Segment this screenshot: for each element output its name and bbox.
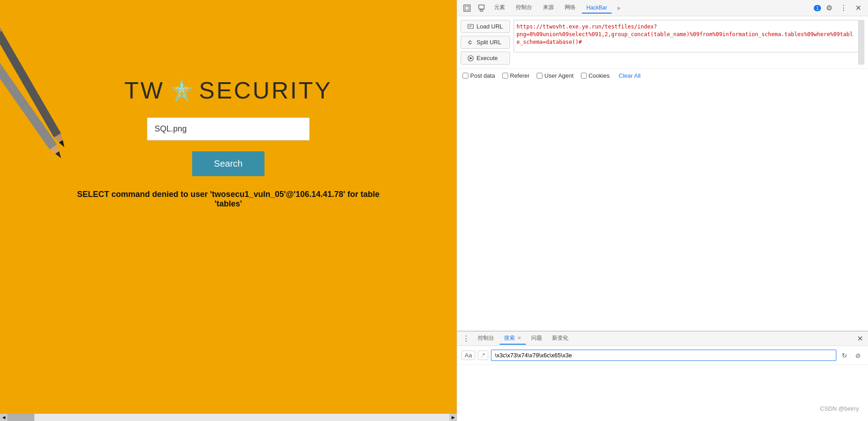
hackbar-buttons: Load URL Split URL Execute	[461, 20, 510, 65]
search-regex-button[interactable]: .*	[478, 351, 488, 360]
hackbar-checkboxes: Post data Referer User Agent Cookies Cle…	[457, 69, 868, 83]
svg-rect-14	[479, 5, 484, 9]
tab-sources[interactable]: 来源	[538, 2, 558, 14]
devtools-bottom-toolbar: ⋮ 控制台 搜索 ✕ 问题 新变化 ✕	[457, 332, 868, 346]
tab-network[interactable]: 网络	[560, 2, 580, 14]
search-tab-close-icon[interactable]: ✕	[517, 335, 521, 341]
hackbar-url-scrollbar[interactable]	[858, 20, 864, 65]
search-button[interactable]: Search	[192, 151, 264, 176]
site-logo: TW SECURITY	[124, 77, 332, 104]
hackbar-url-input[interactable]: https://ttwovht.exe.ye.run/testfiles/ind…	[514, 20, 864, 52]
load-url-icon	[467, 23, 474, 30]
bottom-dots-icon[interactable]: ⋮	[460, 334, 472, 343]
devtools-panel: 元素 控制台 来源 网络 HackBar » 1 ⚙ ⋮ ✕	[457, 0, 868, 421]
devtools-toolbar: 元素 控制台 来源 网络 HackBar » 1 ⚙ ⋮ ✕	[457, 0, 868, 16]
logo-security: SECURITY	[199, 77, 332, 104]
logo-tw: TW	[124, 77, 165, 104]
logo-star-icon	[170, 79, 193, 102]
devtools-search-input[interactable]	[491, 350, 836, 361]
devtools-more-vert-icon[interactable]: ⋮	[837, 2, 850, 14]
browser-viewport: TW SECURITY Search SELECT command denied…	[0, 0, 457, 421]
scrollbar-thumb[interactable]	[7, 414, 34, 421]
referer-checkbox-label[interactable]: Referer	[502, 72, 529, 79]
split-url-button[interactable]: Split URL	[461, 36, 510, 49]
error-message: SELECT command denied to user 'twosecu1_…	[70, 190, 387, 209]
split-url-icon	[467, 39, 474, 46]
svg-rect-15	[480, 9, 483, 11]
scroll-right-arrow[interactable]: ▶	[449, 414, 457, 421]
execute-button[interactable]: Execute	[461, 51, 510, 65]
devtools-badge: 1	[814, 5, 821, 11]
tab-hackbar[interactable]: HackBar	[582, 3, 612, 14]
svg-rect-12	[464, 5, 470, 11]
user-agent-checkbox[interactable]	[537, 73, 542, 79]
scrollbar-track[interactable]	[7, 414, 449, 421]
hackbar-url-area: https://ttwovht.exe.ye.run/testfiles/ind…	[514, 20, 864, 65]
device-toggle-icon[interactable]	[475, 2, 488, 14]
cookies-checkbox[interactable]	[581, 73, 587, 79]
execute-icon	[467, 55, 474, 61]
scroll-left-arrow[interactable]: ◀	[0, 414, 7, 421]
tab-elements[interactable]: 元素	[490, 2, 509, 14]
search-case-sensitive-button[interactable]: Aa	[462, 351, 475, 360]
post-data-checkbox-label[interactable]: Post data	[462, 72, 495, 79]
cookies-checkbox-label[interactable]: Cookies	[581, 72, 610, 79]
search-bar-row: Aa .* ↻ ⊘	[457, 346, 868, 365]
devtools-close-icon[interactable]: ✕	[852, 2, 864, 14]
clear-all-link[interactable]: Clear All	[619, 72, 641, 79]
search-box-container	[147, 117, 310, 140]
bottom-panel-close-icon[interactable]: ✕	[854, 333, 865, 344]
load-url-button[interactable]: Load URL	[461, 20, 510, 33]
svg-rect-13	[465, 6, 469, 10]
hackbar-top: Load URL Split URL Execute	[457, 16, 868, 69]
bottom-tab-changes[interactable]: 新变化	[547, 332, 573, 345]
site-content: TW SECURITY Search SELECT command denied…	[0, 0, 457, 421]
devtools-settings-icon[interactable]: ⚙	[823, 2, 835, 14]
inspect-element-icon[interactable]	[461, 2, 473, 14]
tab-console[interactable]: 控制台	[511, 2, 537, 14]
horizontal-scrollbar[interactable]: ◀ ▶	[0, 414, 457, 421]
bottom-tab-issues[interactable]: 问题	[527, 332, 547, 345]
watermark: CSDN @beirry	[820, 405, 859, 412]
referer-checkbox[interactable]	[502, 73, 508, 79]
post-data-checkbox[interactable]	[462, 73, 468, 79]
hackbar-area: Load URL Split URL Execute	[457, 16, 868, 331]
search-clear-icon[interactable]: ⊘	[853, 350, 863, 361]
devtools-bottom-panel: ⋮ 控制台 搜索 ✕ 问题 新变化 ✕ Aa .* ↻ ⊘	[457, 331, 868, 421]
search-input[interactable]	[147, 117, 310, 140]
bottom-tab-console[interactable]: 控制台	[473, 332, 499, 345]
svg-rect-16	[468, 24, 473, 28]
search-refresh-icon[interactable]: ↻	[839, 350, 850, 361]
svg-marker-18	[470, 57, 472, 60]
user-agent-checkbox-label[interactable]: User Agent	[537, 72, 573, 79]
bottom-tab-search[interactable]: 搜索 ✕	[500, 332, 526, 345]
tab-more-icon[interactable]: »	[613, 3, 624, 13]
